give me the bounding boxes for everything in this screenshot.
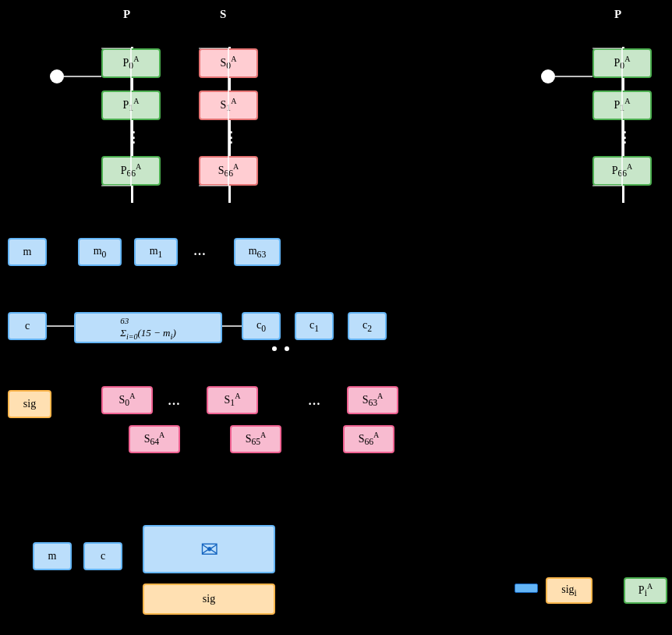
sig-s65a-box: S65A — [230, 425, 281, 453]
legend-pia-box: PiA — [624, 577, 667, 604]
sig-s66a-box: S66A — [343, 425, 394, 453]
p1a-box-left: P1A — [101, 90, 161, 120]
p-label-right: P — [614, 8, 621, 21]
c1-box: c1 — [295, 312, 334, 340]
p0a-box-left: P0A — [101, 48, 161, 78]
legend-color-indicator — [515, 584, 538, 593]
dot-left — [50, 69, 64, 83]
s1a-box: S1A — [199, 90, 258, 120]
sig-s0a-box: S0A — [101, 386, 153, 414]
svg-point-17 — [272, 346, 277, 351]
svg-point-18 — [285, 346, 289, 351]
c-label-box: c — [8, 312, 47, 340]
p-dots-left: ⋮ — [126, 129, 140, 146]
bottom-m-box: m — [33, 542, 72, 570]
s0a-box: S0A — [199, 48, 258, 78]
sig-label-box: sig — [8, 390, 51, 418]
p66a-box-right: P66A — [592, 156, 652, 186]
m-label-box: m — [8, 238, 47, 266]
legend-sigi-box: sigi — [546, 577, 592, 604]
c0-box: c0 — [242, 312, 281, 340]
s-dots: ⋮ — [224, 129, 238, 146]
m63-box: m63 — [234, 238, 281, 266]
sig-dots2: … — [308, 394, 320, 408]
sig-dots1: … — [168, 394, 180, 408]
sig-s64a-box: S64A — [129, 425, 180, 453]
envelope-box: ✉ — [143, 525, 275, 573]
dot-right — [541, 69, 555, 83]
m0-box: m0 — [78, 238, 122, 266]
bottom-sig-box: sig — [143, 584, 275, 615]
email-icon: ✉ — [200, 537, 218, 562]
sig-s63a-box: S63A — [347, 386, 398, 414]
p-dots-right: ⋮ — [617, 129, 631, 146]
sig-s1a-box: S1A — [207, 386, 258, 414]
s-label: S — [220, 8, 226, 21]
s66a-box: S66A — [199, 156, 258, 186]
bottom-c-box: c — [83, 542, 122, 570]
p0a-box-right: P0A — [592, 48, 652, 78]
m-dots: … — [193, 244, 206, 258]
p-label-left: P — [123, 8, 130, 21]
sum-formula-box: 63 Σi=0(15 − mi) — [74, 312, 222, 343]
p1a-box-right: P1A — [592, 90, 652, 120]
m1-box: m1 — [134, 238, 178, 266]
p66a-box-left: P66A — [101, 156, 161, 186]
c2-box: c2 — [348, 312, 387, 340]
